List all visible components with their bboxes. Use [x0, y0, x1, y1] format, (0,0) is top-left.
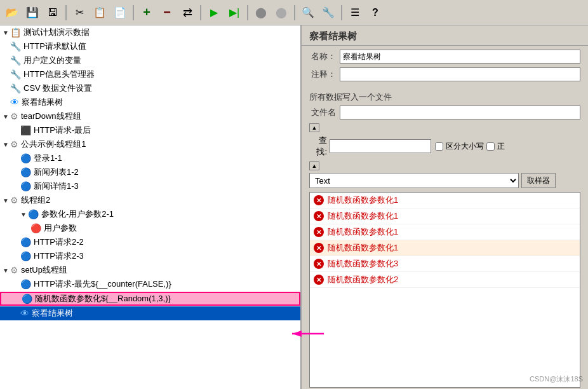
tree-item-root[interactable]: ▼ 📋 测试计划演示数据 [0, 25, 300, 39]
tree-item-teardown[interactable]: ▼ ⚙ tearDown线程组 [0, 109, 300, 123]
stop-circle-button[interactable]: ⬤ [251, 3, 271, 22]
tree-item-login[interactable]: 🔵 登录1-1 [0, 151, 300, 165]
error-icon-3: ✕ [314, 243, 324, 253]
tree-label-http-default: HTTP请求默认值 [23, 41, 86, 52]
config-button[interactable]: ⇄ [178, 3, 197, 22]
tree-label-http-last: HTTP请求-最后 [34, 125, 91, 136]
separator-1 [65, 5, 67, 20]
login-icon: 🔵 [20, 153, 31, 163]
separator-4 [247, 5, 248, 20]
name-input[interactable] [340, 50, 580, 64]
results-area: ✕ 随机数函数参数化1 ✕ 随机数函数参数化1 ✕ 随机数函数参数化1 ✕ 随机… [309, 192, 580, 388]
result-item-4[interactable]: ✕ 随机数函数参数化3 [310, 256, 580, 272]
main-layout: ▼ 📋 测试计划演示数据 🔧 HTTP请求默认值 🔧 用户定义的变量 🔧 HTT… [0, 25, 588, 389]
result-item-2[interactable]: ✕ 随机数函数参数化1 [310, 224, 580, 240]
comment-label: 注释： [309, 69, 336, 80]
form-section: 名称： 注释： [302, 46, 588, 89]
tree-item-result-tree-main[interactable]: 👁 察看结果树 [0, 95, 300, 109]
save-as-button[interactable]: 🖫 [43, 3, 62, 22]
tree-item-http-default[interactable]: 🔧 HTTP请求默认值 [0, 39, 300, 53]
error-icon-0: ✕ [314, 195, 324, 205]
copy-button[interactable]: 📋 [90, 3, 109, 22]
browse-button[interactable]: 🔍 [298, 3, 317, 22]
tree-label-http-req2-2: HTTP请求2-2 [34, 236, 84, 248]
result-text-1: 随机数函数参数化1 [328, 210, 398, 222]
search-input[interactable] [330, 139, 431, 153]
help-button[interactable]: ? [366, 3, 385, 22]
right-panel: 察看结果树 名称： 注释： 所有数据写入一个文件 文件名 ▲ 查找: [302, 25, 588, 389]
expand-arrow-param: ▼ [20, 211, 27, 218]
cut-button[interactable]: ✂ [70, 3, 89, 22]
result-item-3[interactable]: ✕ 随机数函数参数化1 [310, 240, 580, 256]
watermark: CSDN@沫沫18S [530, 374, 583, 384]
http-first-icon: 🔵 [20, 279, 31, 289]
list-button[interactable]: ☰ [345, 3, 364, 22]
tree-item-user-vars[interactable]: 🔧 用户定义的变量 [0, 53, 300, 67]
tree-item-http-req2-2[interactable]: 🔵 HTTP请求2-2 [0, 235, 300, 249]
http-req2-2-icon: 🔵 [20, 237, 31, 247]
tree-label-public-group: 公共示例-线程组1 [21, 139, 86, 150]
tree-item-param-user[interactable]: ▼ 🔵 参数化-用户参数2-1 [0, 207, 300, 221]
tree-label-root: 测试计划演示数据 [23, 27, 90, 38]
file-name-row: 文件名 [302, 104, 588, 121]
tree-item-user-param[interactable]: 🔴 用户参数 [0, 221, 300, 235]
run-button[interactable]: ▶ [204, 3, 224, 22]
http-last-icon: ⬛ [20, 125, 31, 135]
regex-checkbox[interactable] [486, 142, 495, 151]
test-plan-icon: 📋 [10, 27, 21, 38]
result-text-2: 随机数函数参数化1 [328, 226, 398, 238]
news-detail-icon: 🔵 [20, 181, 31, 191]
tree-label-random-param: 随机数函数参数化${__Random(1,3,)} [35, 293, 171, 304]
tree-item-csv[interactable]: 🔧 CSV 数据文件设置 [0, 81, 300, 95]
http-header-icon: 🔧 [10, 69, 21, 79]
tree-item-thread-group2[interactable]: ▼ ⚙ 线程组2 [0, 193, 300, 207]
tree-item-http-first[interactable]: 🔵 HTTP请求-最先${__counter(FALSE,)} [0, 277, 300, 291]
open-folder-button[interactable]: 📂 [3, 3, 22, 22]
view-mode-select[interactable]: Text [309, 173, 519, 188]
tree-item-setup[interactable]: ▼ ⚙ setUp线程组 [0, 263, 300, 277]
error-icon-4: ✕ [314, 259, 324, 269]
error-icon-1: ✕ [314, 211, 324, 221]
tree-item-news-detail[interactable]: 🔵 新闻详情1-3 [0, 179, 300, 193]
comment-row: 注释： [309, 67, 580, 81]
result-item-5[interactable]: ✕ 随机数函数参数化2 [310, 272, 580, 288]
tool-button[interactable]: 🔧 [319, 3, 338, 22]
result-tree-main-icon: 👁 [10, 97, 19, 107]
tree-item-http-header[interactable]: 🔧 HTTP信息头管理器 [0, 67, 300, 81]
tree-label-news-detail: 新闻详情1-3 [34, 181, 79, 192]
tree-label-http-req2-3: HTTP请求2-3 [34, 250, 84, 262]
expand-arrow-thread2: ▼ [3, 197, 9, 204]
comment-input[interactable] [340, 67, 580, 81]
paste-button[interactable]: 📄 [110, 3, 130, 22]
file-name-input[interactable] [340, 106, 580, 119]
save-button[interactable]: 💾 [23, 3, 42, 22]
toolbar: 📂 💾 🖫 ✂ 📋 📄 + − ⇄ ▶ ▶| ⬤ ⬤ 🔍 🔧 ☰ ? [0, 0, 588, 25]
tree-label-http-first: HTTP请求-最先${__counter(FALSE,)} [34, 278, 171, 290]
result-item-0[interactable]: ✕ 随机数函数参数化1 [310, 193, 580, 208]
expand-arrow-setup: ▼ [3, 267, 9, 274]
tree-item-http-req2-3[interactable]: 🔵 HTTP请求2-3 [0, 249, 300, 263]
result-text-0: 随机数函数参数化1 [328, 194, 398, 206]
thread-group2-icon: ⚙ [10, 195, 18, 205]
tree-item-random-param[interactable]: 🔵 随机数函数参数化${__Random(1,3,)} [0, 292, 300, 306]
tree-label-login: 登录1-1 [34, 153, 62, 164]
run-all-button[interactable]: ▶| [225, 3, 244, 22]
stop-button[interactable]: ⬤ [272, 3, 291, 22]
separator-2 [133, 5, 134, 20]
tree-item-public-group[interactable]: ▼ ⚙ 公共示例-线程组1 [0, 137, 300, 151]
setup-icon: ⚙ [10, 265, 18, 275]
expand-arrow-teardown: ▼ [3, 113, 9, 120]
public-group-icon: ⚙ [10, 139, 18, 149]
scroll-down-button[interactable]: ▲ [309, 161, 319, 170]
result-item-1[interactable]: ✕ 随机数函数参数化1 [310, 208, 580, 224]
case-sensitive-checkbox[interactable] [435, 142, 443, 151]
tree-item-news-list[interactable]: 🔵 新闻列表1-2 [0, 165, 300, 179]
tree-item-result-tree2[interactable]: 👁 察看结果树 [0, 306, 300, 320]
scroll-up-button[interactable]: ▲ [309, 123, 319, 132]
tree-label-user-param: 用户参数 [44, 222, 77, 234]
sample-button[interactable]: 取样器 [521, 173, 556, 188]
add-button[interactable]: + [137, 3, 156, 22]
remove-button[interactable]: − [157, 3, 177, 22]
name-row: 名称： [309, 50, 580, 64]
tree-item-http-last[interactable]: ⬛ HTTP请求-最后 [0, 123, 300, 137]
